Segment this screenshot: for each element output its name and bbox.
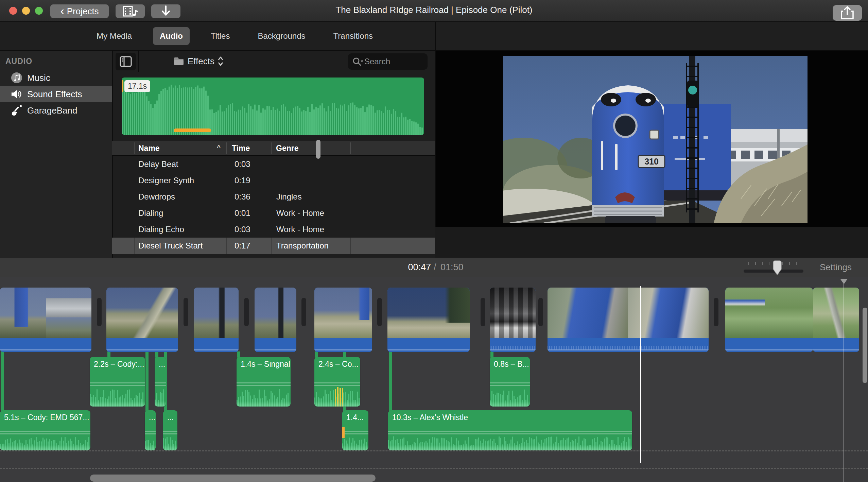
sound-preview-waveform[interactable]: 17.1s	[122, 78, 424, 135]
playhead[interactable]	[640, 286, 641, 463]
tab-backgrounds[interactable]: Backgrounds	[251, 27, 312, 45]
audio-clip-2-4s-co[interactable]: 2.4s – Co...	[314, 357, 360, 407]
chooser-chevrons-icon	[218, 56, 223, 66]
clip-audio-bar	[813, 338, 859, 352]
sidebar-item-label: GarageBand	[27, 105, 77, 116]
audio-clip-5-1s-cody-emd-567[interactable]: 5.1s – Cody: EMD 567...	[0, 410, 90, 450]
table-row-dialing[interactable]: Dialing0:01Work - Home	[112, 205, 435, 221]
clip-audio-bar	[106, 338, 178, 352]
video-clip[interactable]	[255, 288, 296, 352]
search-input[interactable]	[364, 56, 423, 67]
clip-gap-handle[interactable]	[538, 298, 543, 326]
timeline-vertical-scrollbar[interactable]	[863, 308, 867, 383]
audio-clip-item[interactable]: ...	[155, 357, 166, 407]
speaker-icon	[11, 88, 22, 100]
audio-clip-item[interactable]: ...	[145, 410, 156, 450]
search-field[interactable]	[348, 53, 428, 70]
video-clip[interactable]	[387, 288, 470, 352]
audio-clip-label: 2.4s – Co...	[318, 360, 359, 369]
video-clip[interactable]	[106, 288, 178, 352]
cell-name: Dewdrops	[138, 189, 175, 205]
table-row-dewdrops[interactable]: Dewdrops0:36Jingles	[112, 189, 435, 205]
clip-gap-handle[interactable]	[244, 298, 249, 326]
video-clip[interactable]	[548, 288, 709, 352]
clip-gap-handle[interactable]	[97, 298, 102, 326]
column-genre[interactable]: Genre	[276, 144, 298, 153]
thumbnail-wheels-bw	[490, 288, 536, 338]
column-name[interactable]: Name	[138, 144, 160, 153]
audio-clip-2-2s-cody[interactable]: 2.2s – Cody:...	[90, 357, 145, 407]
video-clip[interactable]	[725, 288, 813, 352]
table-header[interactable]: Name ^ Time Genre	[112, 141, 435, 156]
zoom-tick	[769, 262, 769, 265]
clip-gap-handle[interactable]	[481, 298, 485, 326]
tab-audio[interactable]: Audio	[153, 27, 190, 45]
video-clip[interactable]	[194, 288, 239, 352]
video-preview[interactable]: 310	[503, 56, 808, 223]
thumbnail-darksky	[387, 288, 470, 338]
cell-time: 0:03	[235, 221, 250, 238]
cell-genre: Jingles	[276, 189, 302, 205]
selection-range-bar[interactable]	[174, 128, 211, 132]
clip-gap-handle[interactable]	[377, 298, 382, 326]
clip-gap-handle[interactable]	[184, 298, 188, 326]
clip-thumbnails	[106, 288, 178, 338]
table-row-designer-synth[interactable]: Designer Synth0:19	[112, 172, 435, 189]
audio-clip-label: 0.8s – B...	[494, 360, 529, 369]
zoom-slider-thumb[interactable]	[772, 260, 782, 276]
tab-my-media[interactable]: My Media	[90, 27, 139, 45]
title-bar: ‹ Projects The Blaxland RIdge Railroad |…	[0, 0, 868, 22]
tab-transitions[interactable]: Transitions	[327, 27, 380, 45]
list-scrollbar[interactable]	[316, 140, 320, 159]
background-well-divider	[0, 450, 868, 451]
clip-gap-handle[interactable]	[714, 298, 718, 326]
clip-range-marker	[342, 427, 345, 438]
source-chooser[interactable]: Effects	[173, 53, 223, 69]
timeline-horizontal-scrollbar[interactable]	[90, 475, 376, 482]
video-clip[interactable]	[0, 288, 91, 352]
cell-name: Delay Beat	[138, 156, 178, 172]
sidebar-item-music[interactable]: Music	[0, 70, 112, 86]
clip-gap-handle[interactable]	[301, 298, 306, 326]
clip-audio-bar	[255, 338, 296, 352]
timeline-settings-button[interactable]: Settings	[820, 262, 852, 273]
sidebar-item-sound-effects[interactable]: Sound Effects	[0, 86, 112, 102]
video-clip[interactable]	[314, 288, 372, 352]
thumbnail-aerial	[813, 288, 859, 338]
zoom-tick	[789, 262, 790, 265]
browser-toolbar: Effects	[112, 51, 435, 72]
table-row-dialing-echo[interactable]: Dialing Echo0:03Work - Home	[112, 221, 435, 238]
cell-name: Diesel Truck Start	[138, 238, 203, 254]
table-row-diesel-truck-start[interactable]: Diesel Truck Start0:17Transportation	[112, 238, 435, 254]
audio-clip-1-4s-singnal[interactable]: 1.4s – Singnal...	[237, 357, 291, 407]
clip-audio-bar	[548, 338, 709, 352]
audio-clip-label: 1.4s – Singnal...	[241, 360, 291, 369]
audio-clip-0-8s-b[interactable]: 0.8s – B...	[490, 357, 530, 407]
cell-name: Designer Synth	[138, 172, 194, 189]
audio-clip-item[interactable]: ...	[163, 410, 177, 450]
loco-number: 310	[644, 157, 659, 166]
column-time[interactable]: Time	[232, 144, 250, 153]
cell-time: 0:01	[235, 205, 250, 221]
audio-clip-10-3s-alex-s-whistle[interactable]: 10.3s – Alex's Whistle	[388, 410, 632, 450]
thumbnail-train-close	[548, 288, 628, 338]
audio-clip-label: ...	[159, 360, 165, 369]
sidebar-item-garageband[interactable]: GarageBand	[0, 102, 112, 119]
folder-icon	[173, 57, 184, 66]
audio-waveform-texture	[490, 346, 536, 349]
video-clip[interactable]	[813, 288, 859, 352]
table-row-delay-beat[interactable]: Delay Beat0:03	[112, 156, 435, 172]
cell-genre: Work - Home	[276, 221, 324, 238]
audio-clip-label: ...	[149, 413, 155, 422]
background-well-divider	[0, 468, 868, 469]
audio-clip-1-4[interactable]: 1.4...	[342, 410, 368, 450]
sidebar-toggle-button[interactable]	[116, 53, 136, 70]
clip-audio-bar	[194, 338, 239, 352]
share-button[interactable]	[833, 5, 862, 21]
video-clip[interactable]	[490, 288, 536, 352]
tab-titles[interactable]: Titles	[204, 27, 237, 45]
clip-audio-bar	[314, 338, 372, 352]
audio-clip-stem	[145, 351, 149, 411]
audio-clip-stem	[389, 351, 392, 411]
toolbar-divider	[138, 51, 139, 72]
